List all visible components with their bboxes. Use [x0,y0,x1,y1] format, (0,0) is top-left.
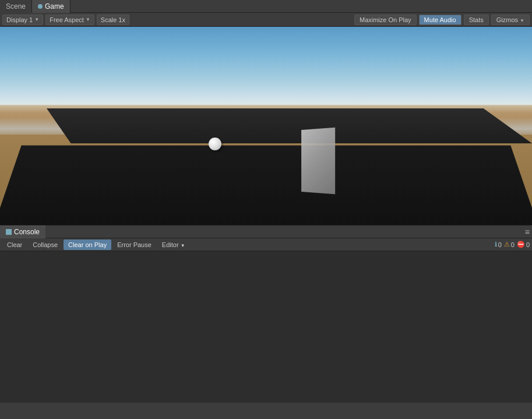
platform-top [47,108,532,143]
console-tab[interactable]: Console [0,226,45,238]
tab-bar: Scene Game [0,0,532,13]
toolbar-right: Maximize On Play Mute Audio Stats Gizmos… [354,15,530,25]
tab-scene[interactable]: Scene [0,0,32,13]
info-count: ℹ 0 [495,241,502,248]
wall-plane-object [301,128,335,194]
console-tab-label: Console [14,228,40,236]
console-tab-icon [6,229,12,235]
mute-audio-button[interactable]: Mute Audio [419,15,461,25]
game-tab-label: Game [45,2,64,10]
aspect-chevron-icon: ▼ [86,17,90,22]
scale-label: Scale [101,16,117,23]
aspect-selector[interactable]: Free Aspect ▼ [45,15,94,25]
scale-control[interactable]: Scale 1x [97,15,129,25]
editor-chevron-icon: ▼ [181,243,185,248]
display-label: Display 1 [6,16,33,23]
info-icon: ℹ [495,241,497,248]
console-content [0,251,532,403]
warning-icon: ⚠ [504,241,510,248]
game-toolbar: Display 1 ▼ Free Aspect ▼ Scale 1x Maxim… [0,13,532,27]
sphere-object [209,138,221,150]
maximize-on-play-button[interactable]: Maximize On Play [354,15,417,25]
info-count-value: 0 [498,241,502,248]
scale-value: 1x [118,16,125,23]
error-count: ⛔ 0 [517,241,530,248]
error-count-value: 0 [526,241,530,248]
error-icon: ⛔ [517,241,525,248]
console-settings-icon: ≡ [525,227,530,237]
console-panel: Console ≡ Clear Collapse Clear on Play E… [0,225,532,403]
editor-button[interactable]: Editor ▼ [157,240,190,250]
console-counts: ℹ 0 ⚠ 0 ⛔ 0 [495,241,530,248]
clear-on-play-button[interactable]: Clear on Play [64,240,111,250]
console-settings-button[interactable]: ≡ [525,227,530,237]
gizmos-button[interactable]: Gizmos ▼ [491,15,530,25]
console-toolbar: Clear Collapse Clear on Play Error Pause… [0,238,532,251]
stats-button[interactable]: Stats [464,15,489,25]
warning-count-value: 0 [511,241,515,248]
scene-tab-label: Scene [6,2,26,10]
console-tab-bar: Console ≡ [0,226,532,238]
clear-button[interactable]: Clear [2,240,27,250]
tab-game[interactable]: Game [32,0,71,13]
display-selector[interactable]: Display 1 ▼ [2,15,43,25]
error-pause-button[interactable]: Error Pause [112,240,156,250]
display-chevron-icon: ▼ [34,17,39,22]
collapse-button[interactable]: Collapse [28,240,62,250]
aspect-label: Free Aspect [50,16,84,23]
game-tab-dot [38,4,43,9]
warning-count: ⚠ 0 [504,241,515,248]
gizmos-chevron-icon: ▼ [520,18,524,23]
game-viewport [0,27,532,225]
